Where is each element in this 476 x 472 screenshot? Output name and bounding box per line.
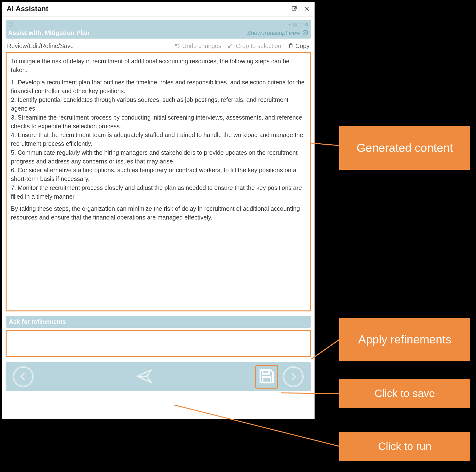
content-item: 3. Streamline the recruitment process by…: [11, 113, 306, 131]
back-button[interactable]: [13, 366, 34, 387]
crop-label: Crop to selection: [236, 42, 281, 50]
save-button[interactable]: [257, 367, 276, 387]
content-item: 2. Identify potential candidates through…: [11, 95, 306, 113]
send-button[interactable]: [134, 368, 155, 386]
svg-line-9: [311, 143, 339, 145]
content-item: 4. Ensure that the recruitment team is a…: [11, 130, 306, 148]
content-toolbar: Review/Edit/Refine/Save Undo changes Cro…: [6, 38, 311, 52]
undo-button[interactable]: Undo changes: [174, 42, 221, 50]
ai-assistant-panel: AI Assistant ✦ ⛓ ⓘ ⚙: [2, 2, 315, 419]
crop-button[interactable]: Crop to selection: [228, 42, 281, 50]
callout-click-to-save: Click to save: [339, 379, 470, 408]
svg-point-2: [303, 30, 308, 35]
footer-bar: [6, 362, 311, 391]
undo-label: Undo changes: [182, 42, 221, 50]
content-item: 6. Consider alternative staffing options…: [11, 166, 306, 183]
generated-content-box[interactable]: To mitigate the risk of delay in recruit…: [6, 52, 311, 311]
content-item: 1. Develop a recruitment plan that outli…: [11, 78, 306, 96]
context-title: Assist with, Mitigation Plan: [8, 29, 90, 37]
transcript-link-label: Show transcript view: [247, 30, 300, 36]
callout-apply-refinements: Apply refinements: [339, 318, 470, 361]
window-title: AI Assistant: [7, 5, 48, 13]
toolbar-mode-label: Review/Edit/Refine/Save: [7, 42, 74, 50]
info-icon[interactable]: ⓘ: [299, 22, 303, 28]
svg-rect-8: [263, 377, 271, 382]
forward-button[interactable]: [283, 366, 304, 387]
content-item: 7. Monitor the recruitment process close…: [11, 183, 306, 201]
content-item: 5. Communicate regularly with the hiring…: [11, 148, 306, 166]
transcript-link[interactable]: Show transcript view: [247, 30, 308, 36]
power-icon[interactable]: [8, 21, 14, 29]
refinements-input[interactable]: [6, 330, 311, 357]
context-band: ✦ ⛓ ⓘ ⚙ Assist with, Mitigation Plan Sho…: [6, 20, 311, 38]
copy-label: Copy: [295, 42, 309, 50]
titlebar: AI Assistant: [2, 2, 314, 17]
link-icon[interactable]: ⛓: [293, 22, 297, 28]
gear-icon[interactable]: ⚙: [305, 22, 308, 28]
content-outro: By taking these steps, the organization …: [11, 204, 306, 222]
svg-line-10: [311, 340, 339, 359]
content-intro: To mitigate the risk of delay in recruit…: [11, 57, 306, 74]
callout-click-to-run: Click to run: [339, 432, 470, 461]
svg-rect-0: [292, 7, 296, 10]
svg-rect-7: [263, 370, 269, 374]
popout-icon[interactable]: [291, 6, 297, 12]
refinements-label: Ask for refinements: [6, 316, 311, 328]
close-icon[interactable]: [304, 6, 310, 12]
callout-generated-content: Generated content: [339, 126, 470, 170]
wand-icon[interactable]: ✦: [288, 22, 291, 28]
copy-button[interactable]: Copy: [288, 42, 309, 50]
save-button-highlight: [255, 365, 278, 389]
